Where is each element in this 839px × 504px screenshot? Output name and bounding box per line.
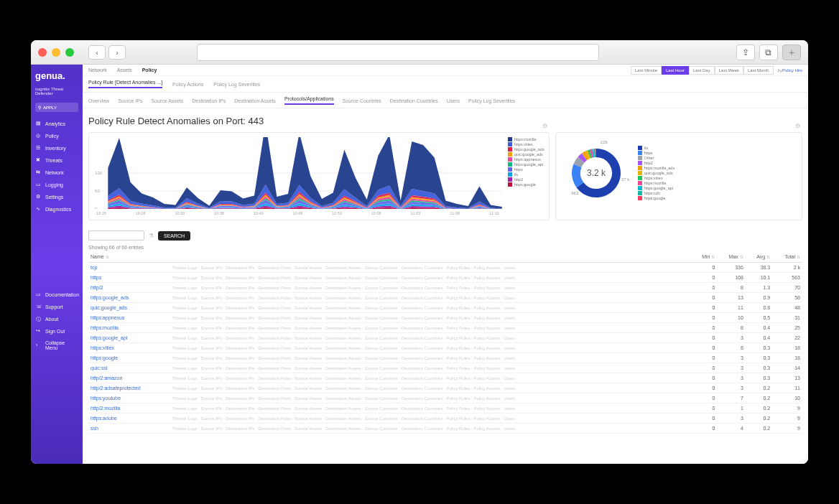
url-input[interactable] bbox=[197, 44, 599, 61]
sidebar-item-support[interactable]: ☏Support bbox=[31, 301, 83, 312]
timerange-last-month[interactable]: Last Month bbox=[743, 66, 774, 75]
sidebar-item-settings[interactable]: ⚙Settings bbox=[31, 191, 83, 202]
table-row: https:xitiex Threats Logs · Source IPs ·… bbox=[88, 343, 802, 353]
row-name-link[interactable]: https:google_ads bbox=[88, 293, 170, 303]
row-name-link[interactable]: https:google_api bbox=[88, 333, 170, 343]
row-name-link[interactable]: https:adobe bbox=[88, 414, 170, 424]
row-name-link[interactable]: ssh bbox=[88, 424, 170, 434]
table-row: https Threats Logs · Source IPs · Destin… bbox=[88, 273, 802, 283]
row-tags: Threats Logs · Source IPs · Destination … bbox=[170, 424, 692, 434]
row-tags: Threats Logs · Source IPs · Destination … bbox=[170, 273, 692, 283]
sidebar-item-inventory[interactable]: ☰Inventory bbox=[31, 142, 83, 154]
signout-icon: ↪ bbox=[36, 328, 42, 334]
top-tab-assets[interactable]: Assets bbox=[117, 67, 132, 73]
search-input[interactable] bbox=[88, 230, 144, 241]
sort-icon[interactable]: ⇅ bbox=[106, 255, 109, 259]
filter-icon[interactable]: ⚗ bbox=[149, 233, 154, 239]
gear-icon[interactable]: ⚙ bbox=[795, 123, 800, 129]
new-tab-button[interactable]: + bbox=[782, 45, 801, 60]
row-name-link[interactable]: https:youtube bbox=[88, 393, 170, 403]
legend-swatch bbox=[638, 196, 642, 200]
sort-icon[interactable]: ⇅ bbox=[797, 255, 800, 259]
legend-item: http2 bbox=[638, 161, 675, 165]
row-name-link[interactable]: http/2:amazon bbox=[88, 373, 170, 383]
table-header[interactable] bbox=[170, 251, 692, 263]
timerange-last-hour[interactable]: Last Hour bbox=[662, 66, 689, 75]
top-tab-policy[interactable]: Policy bbox=[142, 67, 157, 73]
maximize-icon[interactable] bbox=[65, 48, 74, 57]
svg-text:963: 963 bbox=[571, 191, 579, 195]
sidebar-item-doc[interactable]: ▭Documentation bbox=[31, 289, 83, 300]
table-header[interactable]: Max⇅ bbox=[717, 251, 745, 263]
subnav2-item[interactable]: Source IPs bbox=[118, 98, 142, 103]
row-name-link[interactable]: quic:google_ads bbox=[88, 303, 170, 313]
apply-button[interactable]: ⚲ APPLY bbox=[35, 103, 78, 112]
row-name-link[interactable]: https:xitiex bbox=[88, 343, 170, 353]
gear-icon[interactable]: ⚙ bbox=[542, 123, 547, 129]
table-row: quic:google_ads Threats Logs · Source IP… bbox=[88, 303, 802, 313]
row-name-link[interactable]: https:appnexus bbox=[88, 313, 170, 323]
sub-nav-2: OverviewSource IPsSource AssetsDestinati… bbox=[83, 93, 808, 108]
legend-swatch bbox=[508, 157, 512, 162]
subnav-item[interactable]: Policy Rule [Detect Anomalies ...] bbox=[88, 80, 162, 88]
time-range-selector: Last MinuteLast HourLast DayLast WeekLas… bbox=[631, 68, 802, 73]
row-name-link[interactable]: quic:ssl bbox=[88, 363, 170, 373]
sidebar-item-policy[interactable]: ◎Policy bbox=[31, 130, 83, 141]
subnav2-item[interactable]: Source Assets bbox=[151, 98, 183, 103]
page-title: Policy Rule Detect Anomalies on Port: 44… bbox=[83, 108, 808, 132]
sidebar-item-network[interactable]: ⇆Network bbox=[31, 167, 83, 178]
top-tab-network[interactable]: Network bbox=[88, 67, 107, 73]
back-button[interactable]: ‹ bbox=[88, 45, 106, 60]
subnav2-item[interactable]: Destination IPs bbox=[192, 98, 226, 103]
svg-text:50: 50 bbox=[95, 189, 100, 193]
sidebar-item-diagnostics[interactable]: ∿Diagnostics bbox=[31, 203, 83, 215]
share-icon[interactable]: ⇪ bbox=[736, 45, 755, 60]
row-name-link[interactable]: http/2 bbox=[88, 283, 170, 293]
subnav-item[interactable]: Policy Log Severities bbox=[213, 82, 260, 87]
row-name-link[interactable]: https bbox=[88, 273, 170, 283]
area-chart: 050100 bbox=[93, 137, 502, 209]
subnav2-item[interactable]: Users bbox=[447, 98, 460, 103]
subnav2-item[interactable]: Protocols/Applications bbox=[284, 96, 334, 105]
legend-item: https:mozilla bbox=[638, 181, 675, 185]
main-content: NetworkAssetsPolicy Last MinuteLast Hour… bbox=[83, 65, 808, 464]
row-name-link[interactable]: https:google bbox=[88, 353, 170, 363]
by-link[interactable]: Policy Hits bbox=[782, 68, 802, 73]
subnav-item[interactable]: Policy Actions bbox=[172, 82, 203, 87]
timerange-last-minute[interactable]: Last Minute bbox=[631, 66, 662, 75]
row-name-link[interactable]: http/2:mozilla bbox=[88, 403, 170, 414]
sidebar-item-threats[interactable]: ✖Threats bbox=[31, 154, 83, 166]
subnav2-item[interactable]: Source Countries bbox=[343, 98, 381, 103]
sort-icon[interactable]: ⇅ bbox=[766, 255, 770, 259]
sort-icon[interactable]: ⇅ bbox=[711, 255, 715, 259]
close-icon[interactable] bbox=[38, 48, 47, 57]
row-name-link[interactable]: http/2:adsafeprotected bbox=[88, 383, 170, 393]
sidebar-item-analytics[interactable]: ▤Analytics bbox=[31, 118, 83, 129]
timerange-last-day[interactable]: Last Day bbox=[689, 66, 715, 75]
sidebar-item-about[interactable]: ⓘAbout bbox=[31, 313, 83, 325]
minimize-icon[interactable] bbox=[52, 48, 60, 57]
donut-chart: 3.2 k22627 k963 bbox=[560, 137, 632, 209]
sidebar-item-signout[interactable]: ↪Sign Out bbox=[31, 325, 83, 337]
svg-text:0: 0 bbox=[95, 207, 98, 209]
row-tags: Threats Logs · Source IPs · Destination … bbox=[170, 414, 692, 424]
legend-swatch bbox=[638, 156, 642, 160]
sort-icon[interactable]: ⇅ bbox=[740, 255, 743, 259]
table-header[interactable]: Name⇅ bbox=[88, 251, 170, 263]
table-header[interactable]: Total⇅ bbox=[772, 251, 802, 263]
sidebar-item-logging[interactable]: ▭Logging bbox=[31, 179, 83, 190]
table-header[interactable]: Min⇅ bbox=[691, 251, 717, 263]
legend-item: quic:google_ads bbox=[508, 152, 544, 157]
subnav2-item[interactable]: Destination Assets bbox=[234, 98, 276, 103]
search-button[interactable]: SEARCH bbox=[158, 231, 190, 241]
row-name-link[interactable]: https:mozilla bbox=[88, 323, 170, 333]
subnav2-item[interactable]: Overview bbox=[88, 98, 109, 103]
sidebar-item-collapse[interactable]: ›Collapse Menu bbox=[31, 337, 83, 353]
row-name-link[interactable]: tcp bbox=[88, 263, 170, 273]
forward-button[interactable]: › bbox=[108, 45, 126, 60]
subnav2-item[interactable]: Destination Countries bbox=[390, 98, 438, 103]
table-header[interactable]: Avg⇅ bbox=[746, 251, 772, 263]
tabs-icon[interactable]: ⧉ bbox=[759, 45, 778, 60]
subnav2-item[interactable]: Policy Log Severities bbox=[468, 98, 515, 103]
timerange-last-week[interactable]: Last Week bbox=[715, 66, 743, 75]
